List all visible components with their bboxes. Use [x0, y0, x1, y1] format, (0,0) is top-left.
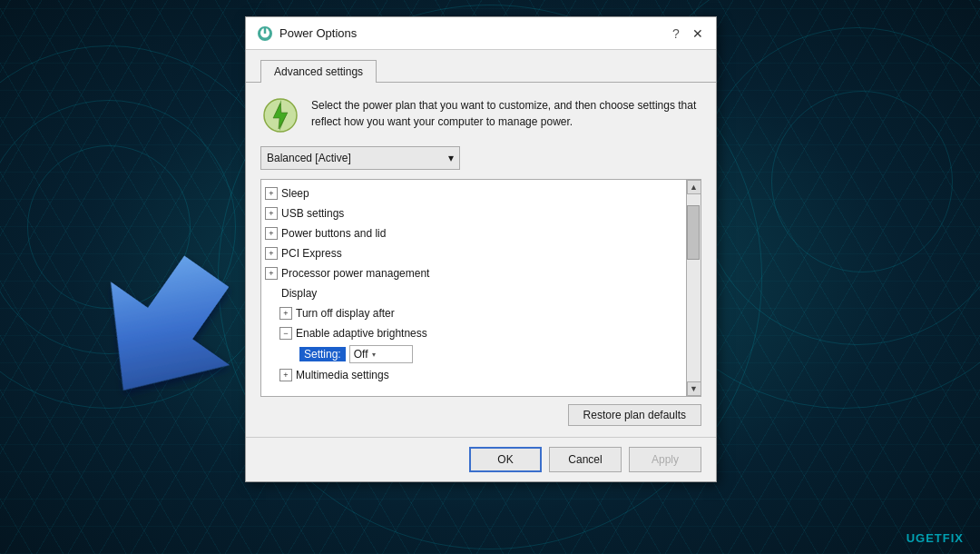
setting-value: Off: [354, 348, 368, 361]
tabs-area: Advanced settings: [246, 50, 716, 82]
tree-item-usb[interactable]: + USB settings: [261, 203, 686, 223]
circle-6: [771, 91, 953, 272]
tree-item-pci[interactable]: + PCI Express: [261, 243, 686, 263]
scroll-thumb[interactable]: [687, 205, 700, 260]
setting-row: Setting: Off ▾: [261, 343, 686, 365]
power-icon: [260, 95, 300, 135]
settings-list: + Sleep + USB settings + Power buttons a…: [261, 180, 686, 396]
decorative-arrow: [73, 254, 272, 418]
display-label: Display: [281, 287, 317, 300]
expand-multimedia-btn[interactable]: +: [279, 369, 292, 381]
power-options-dialog: Power Options ? ✕ Advanced settings Sele…: [245, 16, 717, 482]
settings-scrollbar: ▲ ▼: [686, 180, 701, 396]
ok-button[interactable]: OK: [469, 447, 542, 472]
scroll-up-button[interactable]: ▲: [687, 180, 701, 194]
sleep-label: Sleep: [281, 187, 309, 200]
tree-item-processor[interactable]: + Processor power management: [261, 263, 686, 283]
dialog-footer: OK Cancel Apply: [246, 437, 716, 481]
help-button[interactable]: ?: [669, 26, 683, 41]
expand-adaptive-btn[interactable]: −: [279, 327, 292, 340]
title-controls: ? ✕: [669, 26, 705, 41]
description-text: Select the power plan that you want to c…: [311, 95, 701, 130]
expand-turn-off-btn[interactable]: +: [279, 307, 292, 320]
setting-dropdown-arrow-icon: ▾: [372, 351, 376, 359]
tree-item-adaptive[interactable]: − Enable adaptive brightness: [261, 323, 686, 343]
turn-off-label: Turn off display after: [296, 307, 395, 320]
expand-power-buttons-btn[interactable]: +: [265, 227, 278, 240]
svg-marker-0: [73, 254, 266, 418]
cancel-button[interactable]: Cancel: [549, 447, 622, 472]
expand-usb-btn[interactable]: +: [265, 207, 278, 220]
dropdown-arrow-icon: ▾: [448, 152, 454, 164]
tree-item-display[interactable]: Display: [261, 283, 686, 303]
dialog-title: Power Options: [279, 26, 357, 40]
tree-item-power-buttons[interactable]: + Power buttons and lid: [261, 223, 686, 243]
expand-sleep-btn[interactable]: +: [265, 187, 278, 200]
settings-box: + Sleep + USB settings + Power buttons a…: [260, 179, 701, 397]
tree-item-turn-off-display[interactable]: + Turn off display after: [261, 303, 686, 323]
expand-pci-btn[interactable]: +: [265, 247, 278, 260]
usb-label: USB settings: [281, 207, 344, 220]
multimedia-label: Multimedia settings: [296, 369, 389, 381]
restore-defaults-button[interactable]: Restore plan defaults: [568, 404, 701, 426]
watermark: UGETFIX: [906, 531, 964, 545]
restore-row: Restore plan defaults: [260, 404, 701, 426]
adaptive-label: Enable adaptive brightness: [296, 327, 427, 340]
tree-item-sleep[interactable]: + Sleep: [261, 183, 686, 203]
scroll-down-button[interactable]: ▼: [687, 381, 701, 396]
dialog-titlebar: Power Options ? ✕: [246, 17, 716, 50]
power-options-icon: [257, 25, 273, 42]
processor-label: Processor power management: [281, 267, 429, 280]
setting-dropdown[interactable]: Off ▾: [349, 345, 413, 363]
apply-button[interactable]: Apply: [629, 447, 701, 472]
title-left: Power Options: [257, 25, 357, 42]
tree-item-multimedia[interactable]: + Multimedia settings: [261, 365, 686, 385]
tab-advanced-settings[interactable]: Advanced settings: [260, 60, 377, 83]
setting-label: Setting:: [299, 347, 346, 361]
description-row: Select the power plan that you want to c…: [260, 95, 701, 135]
power-buttons-label: Power buttons and lid: [281, 227, 386, 240]
expand-processor-btn[interactable]: +: [265, 267, 278, 280]
plan-dropdown-value: Balanced [Active]: [267, 152, 351, 164]
pci-label: PCI Express: [281, 247, 342, 260]
close-button[interactable]: ✕: [691, 26, 705, 41]
plan-dropdown[interactable]: Balanced [Active] ▾: [260, 146, 460, 170]
dialog-content: Select the power plan that you want to c…: [246, 82, 716, 437]
